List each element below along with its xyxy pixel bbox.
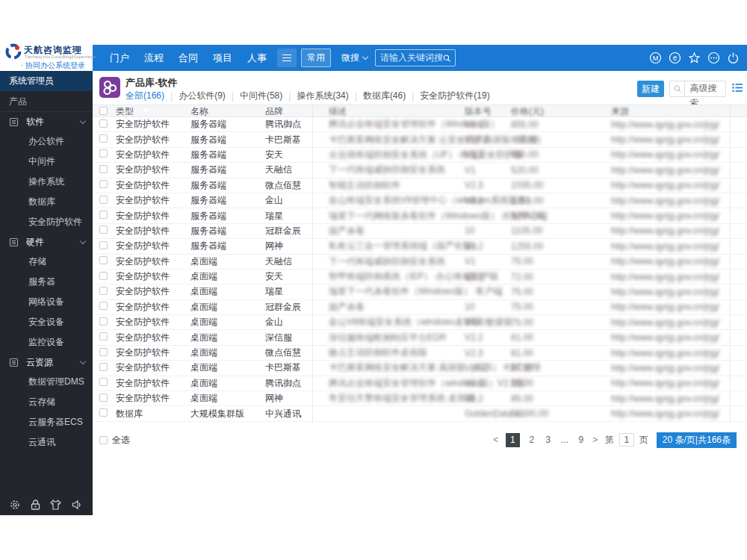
row-checkbox[interactable] (99, 408, 108, 417)
topnav-item-1[interactable]: 流程 (137, 45, 171, 71)
row-checkbox[interactable] (99, 180, 108, 188)
col-header-brand[interactable]: 品牌 (265, 105, 329, 118)
row-checkbox[interactable] (99, 317, 108, 326)
col-header-name[interactable]: 名称 (190, 105, 265, 118)
more-icon[interactable] (707, 52, 720, 64)
tab-0[interactable]: 全部(166) (125, 90, 164, 102)
checkbox-cell (99, 408, 116, 419)
sidebar-item-安全防护软件[interactable]: 安全防护软件 (0, 212, 93, 232)
row-checkbox[interactable] (99, 256, 108, 264)
sidebar-section-products[interactable]: 产品 (0, 91, 93, 112)
row-checkbox[interactable] (99, 378, 108, 386)
row-checkbox[interactable] (99, 302, 108, 310)
group-label: 云资源 (26, 356, 81, 369)
row-checkbox[interactable] (99, 363, 108, 371)
sidebar-group-hardware[interactable]: 硬件 (0, 232, 93, 252)
row-checkbox[interactable] (99, 393, 108, 402)
theme-shirt-icon[interactable] (49, 499, 62, 511)
header-checkbox[interactable] (99, 107, 108, 115)
col-header-type[interactable]: 类型 (116, 105, 190, 118)
lock-icon[interactable] (30, 499, 41, 511)
sidebar-item-安全设备[interactable]: 安全设备 (0, 312, 93, 332)
tab-4[interactable]: 数据库(46) (363, 90, 406, 102)
sidebar-item-操作系统[interactable]: 操作系统 (0, 172, 93, 192)
global-search-input[interactable]: 请输入关键词搜索 (375, 49, 456, 66)
page-jump-input[interactable]: 1 (619, 433, 634, 447)
row-checkbox[interactable] (99, 134, 108, 143)
svg-text:M: M (653, 55, 659, 62)
search-scope-dropdown[interactable]: 微搜 (341, 52, 368, 64)
sidebar-item-云服务器ECS[interactable]: 云服务器ECS (0, 412, 93, 432)
memo-icon[interactable]: M (649, 52, 662, 64)
row-checkbox[interactable] (99, 332, 108, 340)
sidebar-item-云存储[interactable]: 云存储 (0, 392, 93, 412)
row-checkbox[interactable] (99, 287, 108, 295)
row-checkbox[interactable] (99, 348, 108, 356)
cell-type: 安全防护软件 (116, 194, 190, 207)
cell-name: 桌面端 (190, 346, 265, 359)
page-button-9[interactable]: 9 (577, 435, 586, 445)
topnav-item-3[interactable]: 项目 (205, 45, 240, 71)
topnav-item-0[interactable]: 门户 (102, 45, 137, 71)
row-checkbox[interactable] (99, 119, 108, 128)
search-icon (443, 54, 450, 63)
sidebar-item-数据管理DMS[interactable]: 数据管理DMS (0, 372, 93, 392)
cell-desc: 深信服终端检测响应平台EDR (329, 332, 465, 344)
sidebar-item-办公软件[interactable]: 办公软件 (0, 131, 93, 152)
table-search-box[interactable]: 高级搜索 (669, 81, 726, 97)
sidebar-item-网络设备[interactable]: 网络设备 (0, 292, 93, 312)
sidebar-group-cloud[interactable]: 云资源 (0, 352, 93, 372)
row-checkbox[interactable] (99, 211, 108, 219)
sidebar-item-云通讯[interactable]: 云通讯 (0, 432, 93, 452)
row-checkbox[interactable] (99, 241, 108, 249)
power-icon[interactable] (727, 52, 740, 64)
page-button-1[interactable]: 1 (506, 433, 520, 447)
tab-1[interactable]: 办公软件(9) (179, 90, 226, 102)
list-view-icon[interactable] (732, 83, 743, 93)
row-checkbox[interactable] (99, 225, 108, 234)
nav-menu-button[interactable] (277, 49, 297, 67)
tab-2[interactable]: 中间件(58) (240, 90, 282, 102)
cell-name: 服务器端 (190, 149, 265, 161)
tab-5[interactable]: 安全防护软件(19) (420, 90, 489, 102)
cell-brand: 微点佰慧 (265, 346, 329, 359)
jump-prefix: 第 (605, 434, 614, 447)
topnav-item-4[interactable]: 人事 (240, 45, 274, 71)
select-all-checkbox[interactable] (99, 436, 108, 444)
topnav-item-2[interactable]: 合同 (171, 45, 205, 71)
new-button[interactable]: 新建 (637, 81, 664, 97)
col-header-source[interactable]: 来源 (611, 105, 747, 118)
sidebar-item-中间件[interactable]: 中间件 (0, 152, 93, 172)
col-header-desc[interactable]: 描述 (329, 105, 465, 118)
cell-desc: 智能主动防御软件 (329, 179, 465, 192)
advanced-search-button[interactable]: 高级搜索 (684, 81, 725, 97)
tab-3[interactable]: 操作系统(34) (297, 90, 348, 102)
page-button-3[interactable]: 3 (544, 435, 553, 445)
logo-login-link[interactable]: · 协同办公系统登录 (21, 60, 85, 71)
next-page-button[interactable]: > (591, 435, 600, 445)
sidebar-item-服务器[interactable]: 服务器 (0, 272, 93, 292)
cell-name: 桌面端 (190, 301, 265, 314)
row-checkbox[interactable] (99, 196, 108, 204)
row-checkbox[interactable] (99, 149, 108, 158)
sidebar-item-数据库[interactable]: 数据库 (0, 192, 93, 212)
main-content: 产品库-软件 全部(166)|办公软件(9)|中间件(58)|操作系统(34)|… (93, 71, 747, 489)
nav-item-pinned[interactable]: 常用 (301, 49, 331, 67)
col-header-price[interactable]: 价格(元) (511, 105, 611, 118)
page-size-badge[interactable]: 20 条/页|共166条 (657, 432, 737, 448)
message-icon[interactable]: e (669, 52, 681, 64)
row-checkbox[interactable] (99, 165, 108, 173)
settings-gear-icon[interactable] (9, 499, 21, 511)
row-checkbox[interactable] (99, 272, 108, 280)
sidebar-group-software[interactable]: 软件 (0, 112, 93, 131)
prev-page-button[interactable]: < (492, 435, 500, 445)
favorites-star-icon[interactable] (688, 52, 701, 64)
page-button-2[interactable]: 2 (527, 435, 536, 445)
sidebar-item-存储[interactable]: 存储 (0, 252, 93, 272)
col-header-version[interactable]: 版本号 (465, 105, 511, 118)
cell-desc: 国产杀毒 (329, 225, 465, 237)
table-row: 数据库大规模集群版中兴通讯GoldenData s...50000.00http… (93, 406, 747, 421)
sidebar-role-header[interactable]: 系统管理员 (0, 71, 93, 91)
sidebar-item-监控设备[interactable]: 监控设备 (0, 332, 93, 352)
sound-speaker-icon[interactable] (71, 499, 84, 511)
